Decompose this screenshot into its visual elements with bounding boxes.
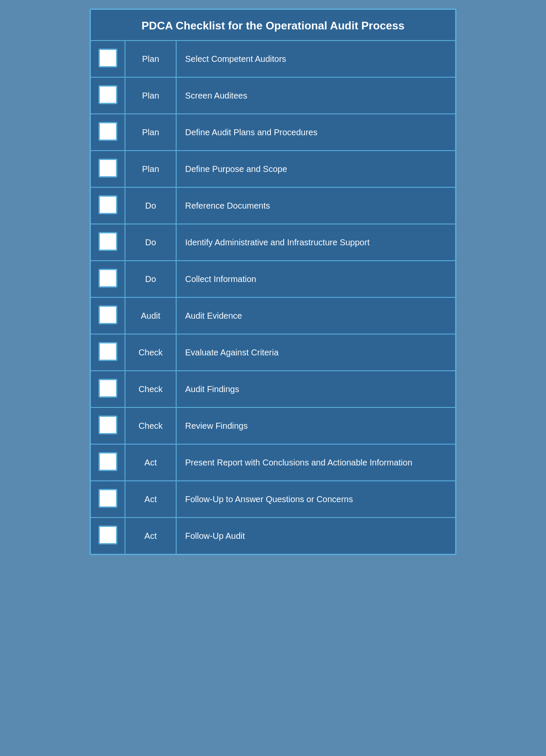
checkbox-box[interactable] xyxy=(99,489,117,508)
checkbox-cell[interactable] xyxy=(91,481,125,518)
table-row: ActFollow-Up Audit xyxy=(91,518,455,554)
table-row: PlanSelect Competent Auditors xyxy=(91,41,455,77)
phase-cell: Plan xyxy=(125,41,176,77)
description-cell: Select Competent Auditors xyxy=(176,41,455,77)
checkbox-cell[interactable] xyxy=(91,297,125,334)
phase-cell: Check xyxy=(125,407,176,444)
checkbox-box[interactable] xyxy=(99,122,117,141)
phase-cell: Check xyxy=(125,334,176,371)
table-row: ActFollow-Up to Answer Questions or Conc… xyxy=(91,481,455,518)
phase-cell: Do xyxy=(125,224,176,261)
description-cell: Review Findings xyxy=(176,407,455,444)
phase-cell: Audit xyxy=(125,297,176,334)
checkbox-box[interactable] xyxy=(99,269,117,288)
checkbox-cell[interactable] xyxy=(91,261,125,297)
checkbox-cell[interactable] xyxy=(91,151,125,187)
table-row: DoCollect Information xyxy=(91,261,455,297)
checkbox-box[interactable] xyxy=(99,342,117,361)
table-row: ActPresent Report with Conclusions and A… xyxy=(91,444,455,481)
checkbox-cell[interactable] xyxy=(91,41,125,77)
description-cell: Define Audit Plans and Procedures xyxy=(176,114,455,151)
checkbox-box[interactable] xyxy=(99,305,117,324)
checkbox-box[interactable] xyxy=(99,232,117,251)
phase-cell: Act xyxy=(125,518,176,554)
table-row: AuditAudit Evidence xyxy=(91,297,455,334)
phase-cell: Act xyxy=(125,444,176,481)
description-cell: Audit Findings xyxy=(176,371,455,407)
checkbox-box[interactable] xyxy=(99,195,117,214)
table-row: PlanDefine Audit Plans and Procedures xyxy=(91,114,455,151)
phase-cell: Act xyxy=(125,481,176,518)
checkbox-box[interactable] xyxy=(99,379,117,398)
description-cell: Identify Administrative and Infrastructu… xyxy=(176,224,455,261)
table-row: CheckAudit Findings xyxy=(91,371,455,407)
checkbox-box[interactable] xyxy=(99,416,117,434)
checkbox-cell[interactable] xyxy=(91,77,125,114)
description-cell: Present Report with Conclusions and Acti… xyxy=(176,444,455,481)
checklist-container: PDCA Checklist for the Operational Audit… xyxy=(90,9,456,555)
checkbox-box[interactable] xyxy=(99,526,117,544)
description-cell: Define Purpose and Scope xyxy=(176,151,455,187)
checkbox-cell[interactable] xyxy=(91,187,125,224)
checkbox-box[interactable] xyxy=(99,85,117,104)
checkbox-cell[interactable] xyxy=(91,444,125,481)
table-row: CheckReview Findings xyxy=(91,407,455,444)
description-cell: Evaluate Against Criteria xyxy=(176,334,455,371)
checkbox-cell[interactable] xyxy=(91,518,125,554)
description-cell: Reference Documents xyxy=(176,187,455,224)
checkbox-box[interactable] xyxy=(99,159,117,177)
description-cell: Audit Evidence xyxy=(176,297,455,334)
table-row: PlanScreen Auditees xyxy=(91,77,455,114)
description-cell: Screen Auditees xyxy=(176,77,455,114)
table-row: DoIdentify Administrative and Infrastruc… xyxy=(91,224,455,261)
phase-cell: Plan xyxy=(125,151,176,187)
checklist-table: PlanSelect Competent AuditorsPlanScreen … xyxy=(91,41,455,554)
table-row: DoReference Documents xyxy=(91,187,455,224)
phase-cell: Plan xyxy=(125,114,176,151)
phase-cell: Check xyxy=(125,371,176,407)
phase-cell: Plan xyxy=(125,77,176,114)
table-row: CheckEvaluate Against Criteria xyxy=(91,334,455,371)
description-cell: Follow-Up Audit xyxy=(176,518,455,554)
checkbox-cell[interactable] xyxy=(91,224,125,261)
table-row: PlanDefine Purpose and Scope xyxy=(91,151,455,187)
checkbox-cell[interactable] xyxy=(91,371,125,407)
checkbox-cell[interactable] xyxy=(91,407,125,444)
phase-cell: Do xyxy=(125,187,176,224)
checkbox-box[interactable] xyxy=(99,452,117,471)
checkbox-box[interactable] xyxy=(99,49,117,67)
page-title: PDCA Checklist for the Operational Audit… xyxy=(91,10,455,41)
phase-cell: Do xyxy=(125,261,176,297)
description-cell: Collect Information xyxy=(176,261,455,297)
checkbox-cell[interactable] xyxy=(91,334,125,371)
checkbox-cell[interactable] xyxy=(91,114,125,151)
description-cell: Follow-Up to Answer Questions or Concern… xyxy=(176,481,455,518)
